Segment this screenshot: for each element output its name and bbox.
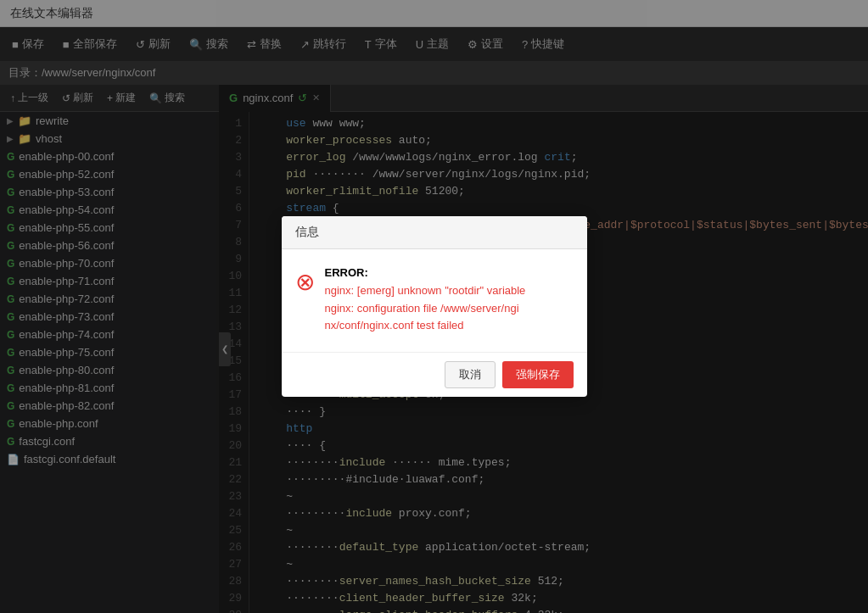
error-icon: ⊗ bbox=[295, 268, 315, 296]
error-line: nginx: configuration file /www/server/ng… bbox=[325, 300, 526, 318]
error-line: nginx: [emerg] unknown "rootdir" variabl… bbox=[325, 282, 526, 300]
error-content: ERROR: nginx: [emerg] unknown "rootdir" … bbox=[325, 266, 526, 335]
modal-body: ⊗ ERROR: nginx: [emerg] unknown "rootdir… bbox=[282, 249, 587, 352]
modal-header: 信息 bbox=[282, 216, 587, 249]
error-line: nx/conf/nginx.conf test failed bbox=[325, 317, 526, 335]
modal-footer: 取消 强制保存 bbox=[282, 352, 587, 397]
cancel-button[interactable]: 取消 bbox=[445, 361, 496, 388]
force-save-button[interactable]: 强制保存 bbox=[502, 361, 574, 388]
modal: 信息 ⊗ ERROR: nginx: [emerg] unknown "root… bbox=[282, 216, 587, 397]
error-detail: nginx: [emerg] unknown "rootdir" variabl… bbox=[325, 282, 526, 335]
error-title: ERROR: bbox=[325, 266, 526, 279]
modal-overlay: 信息 ⊗ ERROR: nginx: [emerg] unknown "root… bbox=[0, 0, 868, 613]
modal-title: 信息 bbox=[295, 225, 319, 238]
